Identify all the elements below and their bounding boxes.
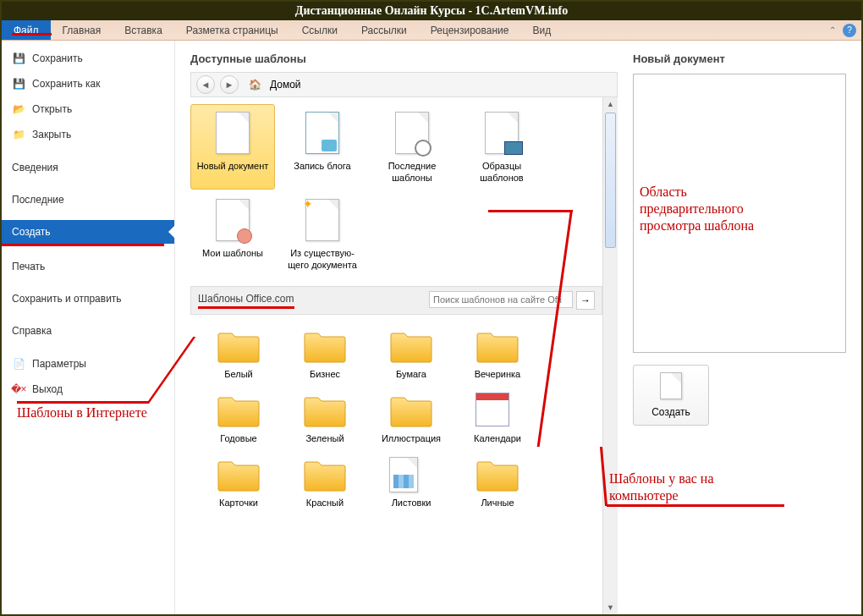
online-folder[interactable]: Иллюстрация xyxy=(373,388,449,452)
local-templates-grid: Новый документ Запись блога Последние ша… xyxy=(190,97,602,283)
folder-icon xyxy=(303,393,347,428)
sidebar-item-close[interactable]: 📁 Закрыть xyxy=(2,122,174,147)
tab-insert[interactable]: Вставка xyxy=(113,20,174,40)
sidebar-item-save-send[interactable]: Сохранить и отправить xyxy=(2,287,174,311)
online-folder[interactable]: Личные xyxy=(459,452,536,516)
folder-label: Карточки xyxy=(219,498,258,508)
scroll-thumb[interactable] xyxy=(605,113,616,248)
minimize-ribbon-icon[interactable]: ⌃ xyxy=(826,24,839,37)
flyer-icon xyxy=(389,457,418,492)
scroll-down-icon[interactable]: ▼ xyxy=(603,601,618,614)
sidebar-item-open[interactable]: 📂 Открыть xyxy=(2,96,174,122)
sidebar-item-new[interactable]: Создать xyxy=(2,220,174,244)
folder-icon xyxy=(217,457,261,492)
search-input[interactable] xyxy=(429,291,573,308)
online-folder[interactable]: Карточки xyxy=(201,452,277,516)
online-folder[interactable]: Красный xyxy=(287,452,363,516)
create-btn-label: Создать xyxy=(651,406,690,418)
tab-home[interactable]: Главная xyxy=(51,20,113,40)
online-folder[interactable]: Календари xyxy=(459,388,536,452)
open-folder-icon: 📂 xyxy=(12,102,25,116)
office-templates-header: Шаблоны Office.com → xyxy=(190,286,602,315)
template-label: Запись блога xyxy=(294,161,351,171)
sidebar-item-options[interactable]: 📄 Параметры xyxy=(2,351,174,377)
tab-mailings[interactable]: Рассылки xyxy=(349,20,419,40)
template-blog[interactable]: Запись блога xyxy=(280,104,365,190)
folder-label: Вечеринка xyxy=(475,369,520,379)
nav-back-icon[interactable]: ◄ xyxy=(196,75,215,94)
sidebar-label: Закрыть xyxy=(32,129,71,140)
preview-pane xyxy=(633,74,846,353)
template-existing[interactable]: ✦ Из существую- щего документа xyxy=(280,191,365,277)
ribbon-tab-strip: Файл Главная Вставка Разметка страницы С… xyxy=(2,20,861,41)
save-as-icon: 💾 xyxy=(12,77,25,91)
search-go-button[interactable]: → xyxy=(576,291,595,310)
folder-label: Бумага xyxy=(396,369,426,379)
sidebar-item-info[interactable]: Сведения xyxy=(2,156,174,179)
templates-nav-bar: ◄ ► 🏠 Домой xyxy=(190,72,618,97)
scroll-up-icon[interactable]: ▲ xyxy=(603,97,618,111)
help-icon[interactable]: ? xyxy=(843,24,856,37)
annotation-underline-file xyxy=(12,33,52,36)
online-folder[interactable]: Зеленый xyxy=(287,388,363,452)
tab-page-layout[interactable]: Разметка страницы xyxy=(174,20,290,40)
existing-doc-icon: ✦ xyxy=(299,196,346,244)
vertical-scrollbar[interactable]: ▲ ▼ xyxy=(602,97,618,614)
tab-view[interactable]: Вид xyxy=(520,20,563,40)
create-doc-icon xyxy=(657,372,684,403)
sidebar-label: Печать xyxy=(12,261,45,272)
office-section-title: Шаблоны Office.com xyxy=(198,293,294,309)
backstage-view: 💾 Сохранить 💾 Сохранить как 📂 Открыть 📁 … xyxy=(2,41,861,614)
online-folder[interactable]: Вечеринка xyxy=(459,323,536,388)
my-templates-icon xyxy=(209,196,256,244)
folder-icon xyxy=(389,328,433,364)
sidebar-item-save-as[interactable]: 💾 Сохранить как xyxy=(2,71,174,96)
sidebar-item-save[interactable]: 💾 Сохранить xyxy=(2,46,174,71)
template-label: Новый документ xyxy=(197,161,269,171)
recent-templates-icon xyxy=(388,109,436,157)
template-label: Мои шаблоны xyxy=(202,248,263,258)
online-folder[interactable]: Годовые xyxy=(201,388,277,452)
folder-label: Годовые xyxy=(220,433,257,443)
sidebar-item-help[interactable]: Справка xyxy=(2,319,174,343)
sidebar-item-recent[interactable]: Последние xyxy=(2,188,174,212)
folder-icon xyxy=(217,393,261,428)
tab-references[interactable]: Ссылки xyxy=(290,20,349,40)
folder-icon xyxy=(217,328,261,364)
home-icon[interactable]: 🏠 xyxy=(249,79,261,91)
nav-forward-icon[interactable]: ► xyxy=(220,75,239,94)
breadcrumb-home[interactable]: Домой xyxy=(270,79,301,91)
blank-doc-icon xyxy=(209,109,256,157)
calendar-icon xyxy=(475,393,509,426)
folder-icon xyxy=(303,328,347,364)
sidebar-label: Открыть xyxy=(32,103,72,115)
sidebar-label: Справка xyxy=(12,325,52,337)
sidebar-label: Сохранить xyxy=(32,52,83,64)
template-my[interactable]: Мои шаблоны xyxy=(190,191,275,277)
online-folder[interactable]: Бумага xyxy=(373,323,449,388)
tab-review[interactable]: Рецензирование xyxy=(419,20,521,40)
sidebar-label: Создать xyxy=(12,226,51,238)
sidebar-item-exit[interactable]: �× Выход xyxy=(2,377,174,402)
window-titlebar: Дистанционные Онлайн Курсы - 1C.ArtemVM.… xyxy=(2,2,861,20)
app-window: Дистанционные Онлайн Курсы - 1C.ArtemVM.… xyxy=(0,0,863,616)
exit-icon: �× xyxy=(12,382,25,396)
folder-label: Бизнес xyxy=(310,369,340,379)
preview-column: Новый документ Создать xyxy=(624,41,861,614)
create-button[interactable]: Создать xyxy=(633,365,709,426)
annotation-line xyxy=(488,210,573,212)
template-samples[interactable]: Образцы шаблонов xyxy=(459,104,544,190)
template-blank[interactable]: Новый документ xyxy=(190,104,275,190)
templates-heading: Доступные шаблоны xyxy=(190,52,618,65)
online-folder[interactable]: Листовки xyxy=(373,452,449,516)
blog-doc-icon xyxy=(299,109,346,157)
online-folder[interactable]: Белый xyxy=(201,323,277,388)
online-folder[interactable]: Бизнес xyxy=(287,323,363,388)
template-recent[interactable]: Последние шаблоны xyxy=(370,104,454,190)
folder-label: Листовки xyxy=(392,498,432,508)
tab-file[interactable]: Файл xyxy=(2,20,51,40)
sidebar-item-print[interactable]: Печать xyxy=(2,255,174,278)
templates-main: Доступные шаблоны ◄ ► 🏠 Домой Новый доку… xyxy=(175,41,861,614)
sidebar-label: Сведения xyxy=(12,162,58,173)
template-label: Последние шаблоны xyxy=(388,161,437,183)
